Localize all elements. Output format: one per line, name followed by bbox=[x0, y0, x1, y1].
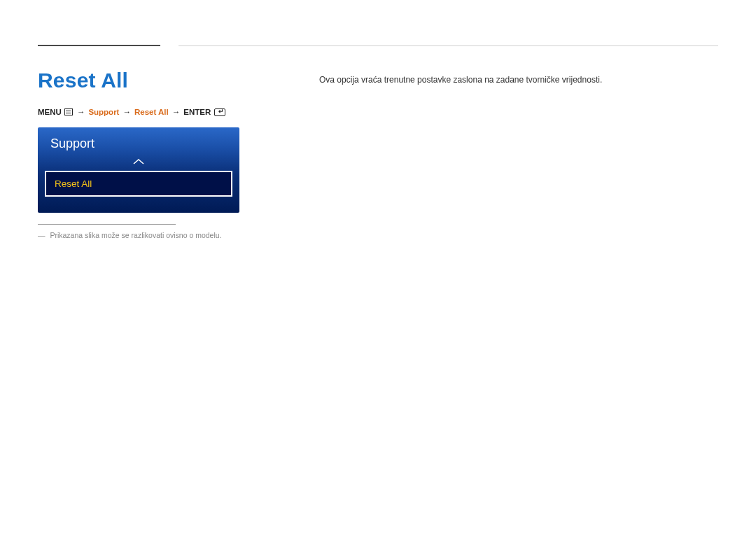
footnote-divider bbox=[38, 224, 176, 225]
breadcrumb: MENU → Support → Reset All → ENTER bbox=[38, 108, 225, 116]
footnote: ― Prikazana slika može se razlikovati ov… bbox=[38, 231, 222, 239]
page-title: Reset All bbox=[38, 69, 128, 92]
breadcrumb-enter-label: ENTER bbox=[183, 108, 211, 116]
osd-header: Support bbox=[38, 127, 239, 157]
header-divider bbox=[178, 45, 718, 46]
footnote-dash: ― bbox=[38, 231, 46, 239]
breadcrumb-path-support: Support bbox=[88, 108, 119, 116]
osd-panel: Support Reset All bbox=[38, 127, 239, 213]
breadcrumb-menu-label: MENU bbox=[38, 108, 62, 116]
breadcrumb-path-resetall: Reset All bbox=[134, 108, 169, 116]
arrow-icon: → bbox=[122, 108, 131, 116]
osd-item-reset-all[interactable]: Reset All bbox=[45, 171, 232, 197]
footnote-text: Prikazana slika može se razlikovati ovis… bbox=[50, 231, 221, 239]
menu-icon bbox=[64, 108, 73, 115]
header-accent-bar bbox=[38, 45, 160, 46]
arrow-icon: → bbox=[172, 108, 181, 116]
enter-icon bbox=[214, 108, 225, 116]
arrow-icon: → bbox=[77, 108, 85, 116]
chevron-up-icon[interactable] bbox=[38, 155, 239, 168]
description-text: Ova opcija vraća trenutne postavke zaslo… bbox=[319, 75, 602, 85]
